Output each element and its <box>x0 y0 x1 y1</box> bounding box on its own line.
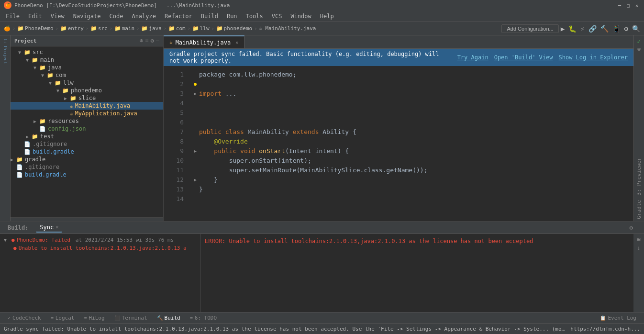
eye-icon[interactable]: 👁 <box>636 46 643 53</box>
menu-code[interactable]: Code <box>106 12 127 21</box>
menu-tools[interactable]: Tools <box>242 12 267 21</box>
tree-item-gradle[interactable]: ▶ 📁 gradle <box>11 156 163 163</box>
filter-icon[interactable]: ⊞ <box>637 236 640 243</box>
previewer-label[interactable]: 3: Previewer <box>635 156 643 197</box>
tab-java-icon: ☕ <box>169 39 173 45</box>
notification-text: Gradle project sync failed. Basic functi… <box>169 51 452 64</box>
tab-eventlog[interactable]: 📋 Event Log <box>596 314 640 322</box>
tab-close-icon[interactable]: ✕ <box>235 40 238 45</box>
sidebar-scrollbar[interactable] <box>11 217 163 221</box>
menu-file[interactable]: File <box>2 12 23 21</box>
minimize-panel-icon[interactable]: — <box>156 37 159 44</box>
menu-analyze[interactable]: Analyze <box>128 12 160 21</box>
tab-build[interactable]: 🔨 Build <box>153 314 184 322</box>
tree-item-buildgradle1[interactable]: 📄 build.gradle <box>11 148 163 156</box>
window-controls[interactable]: ─ □ ✕ <box>616 2 640 9</box>
tree-item-configjson[interactable]: 📄 config.json <box>11 125 163 133</box>
build-tree-phonedemo-failed[interactable]: ▼ ● PhoneDemo: failed at 2021/2/24 15:53… <box>0 236 200 244</box>
breadcrumb-llw[interactable]: 📁 llw <box>192 25 210 32</box>
attach-icon[interactable]: 🔗 <box>588 25 597 33</box>
tree-item-llw[interactable]: ▼ 📁 llw <box>11 79 163 87</box>
tree-item-gitignore2[interactable]: 📄 .gitignore <box>11 163 163 171</box>
todo-icon: ≡ <box>190 315 193 321</box>
minimize-button[interactable]: ─ <box>616 2 623 9</box>
tree-item-main[interactable]: ▼ 📁 main <box>11 56 163 64</box>
search-icon[interactable]: 🔍 <box>632 25 640 33</box>
show-log-explorer-button[interactable]: Show Log in Explorer <box>559 54 628 61</box>
tab-codecheck[interactable]: ✓ CodeCheck <box>4 314 45 322</box>
tree-item-resources[interactable]: ▶ 📁 resources <box>11 117 163 125</box>
tree-item-phonedemo[interactable]: ▼ 📁 phonedemo <box>11 87 163 94</box>
menu-refactor[interactable]: Refactor <box>161 12 196 21</box>
project-tree: ▼ 📁 src ▼ 📁 main ▼ 📁 java ▼ 📁 com <box>11 46 163 217</box>
breadcrumb-phonedemo2[interactable]: 📁 phonedemo <box>216 25 253 32</box>
tab-hilog[interactable]: ≡ HiLog <box>80 314 108 322</box>
gear-icon[interactable]: ⚙ <box>151 37 154 44</box>
title-bar-left: 🍊 PhoneDemo [F:\DevEcoStudioProjects\Pho… <box>4 1 230 9</box>
editor-tab-mainability[interactable]: ☕ MainAbility.java ✕ <box>164 35 244 48</box>
tree-item-java[interactable]: ▼ 📁 java <box>11 64 163 71</box>
collapse-icon[interactable]: ≡ <box>145 37 148 44</box>
menu-run[interactable]: Run <box>223 12 241 21</box>
close-panel-btn[interactable]: — <box>637 224 640 231</box>
tree-item-test[interactable]: ▶ 📁 test <box>11 133 163 140</box>
sync-tab-close[interactable]: ✕ <box>56 224 58 230</box>
tree-item-mainability[interactable]: ☕ MainAbility.java <box>11 102 163 110</box>
settings-icon[interactable]: ⚙ <box>624 25 628 33</box>
breadcrumb-java[interactable]: 📁 java <box>141 25 162 32</box>
build-icon[interactable]: 🔨 <box>600 25 609 33</box>
settings-btn[interactable]: ⚙ <box>630 224 633 231</box>
try-again-button[interactable]: Try Again <box>457 54 489 61</box>
menu-navigate[interactable]: Navigate <box>69 12 105 21</box>
debug-icon[interactable]: 🐛 <box>568 25 577 33</box>
code-editor[interactable]: 1 2 3 4 5 6 7 8 9 10 11 12 13 14 package… <box>164 66 633 221</box>
breadcrumb-phonedemo[interactable]: 📁 PhoneDemo <box>17 25 54 32</box>
tab-logcat[interactable]: ≡ Logcat <box>47 314 78 322</box>
code-content[interactable]: package com.llw.phonedemo; ● ▶ import ..… <box>188 66 633 221</box>
gradle-label[interactable]: Gradle <box>635 198 643 221</box>
profile-icon[interactable]: ⚡ <box>580 25 584 33</box>
run-icon[interactable]: ▶ <box>561 25 565 33</box>
toolchain-error-label: Unable to install toolchains:2.1.0.13,ja… <box>19 245 187 251</box>
menu-vcs[interactable]: VCS <box>268 12 286 21</box>
tree-item-myapplication[interactable]: ☕ MyApplication.java <box>11 110 163 117</box>
sync-tab[interactable]: Sync ✕ <box>36 223 62 233</box>
code-line-9: ▶ public void onStart(Intent intent) { <box>191 146 633 156</box>
device-icon[interactable]: 📱 <box>612 25 621 33</box>
tree-item-src[interactable]: ▼ 📁 src <box>11 48 163 56</box>
code-line-8: @Override <box>191 137 633 146</box>
eventlog-icon: 📋 <box>600 315 606 321</box>
tree-item-gitignore1[interactable]: 📄 .gitignore <box>11 140 163 148</box>
add-icon[interactable]: ⊕ <box>140 37 143 44</box>
menu-build[interactable]: Build <box>197 12 222 21</box>
codecheck-icon: ✓ <box>8 315 11 321</box>
open-build-view-button[interactable]: Open 'Build' View <box>494 54 553 61</box>
tree-item-buildgradle2[interactable]: 📄 build.gradle <box>11 171 163 178</box>
scroll-end-icon[interactable]: ↓ <box>637 245 640 251</box>
breadcrumb-file[interactable]: ☕ MainAbility.java <box>259 25 316 32</box>
todo-label: 6: TODO <box>195 315 217 321</box>
breadcrumb-toolbar: 🍊 › 📁 PhoneDemo › 📁 entry › 📁 src › 📁 ma… <box>0 22 644 35</box>
maximize-button[interactable]: □ <box>625 2 632 9</box>
tree-item-slice[interactable]: ▶ 📁 slice <box>11 94 163 102</box>
sidebar-title: Project <box>14 38 36 44</box>
menu-bar: File Edit View Navigate Code Analyze Ref… <box>0 11 644 22</box>
menu-edit[interactable]: Edit <box>24 12 46 21</box>
menu-help[interactable]: Help <box>316 12 338 21</box>
tree-item-com[interactable]: ▼ 📁 com <box>11 71 163 79</box>
add-configuration-button[interactable]: Add Configuration... <box>501 24 558 33</box>
project-icon[interactable]: 1: Project <box>2 37 9 65</box>
build-tree-toolchain-error[interactable]: ● Unable to install toolchains:2.1.0.13,… <box>0 244 200 252</box>
breadcrumb-entry[interactable]: 📁 entry <box>60 25 84 32</box>
close-button[interactable]: ✕ <box>633 2 640 9</box>
codecheck-label: CodeCheck <box>12 315 41 321</box>
breadcrumb-main[interactable]: 📁 main <box>114 25 135 32</box>
breadcrumb-src[interactable]: 📁 src <box>90 25 108 32</box>
tab-terminal[interactable]: ⬛ Terminal <box>111 314 151 322</box>
sidebar-header: Project ⊕ ≡ ⚙ — <box>11 35 163 46</box>
failed-label: PhoneDemo: failed <box>17 237 71 243</box>
tab-todo[interactable]: ≡ 6: TODO <box>186 314 221 322</box>
menu-view[interactable]: View <box>47 12 68 21</box>
breadcrumb-com[interactable]: 📁 com <box>168 25 186 32</box>
menu-window[interactable]: Window <box>287 12 315 21</box>
